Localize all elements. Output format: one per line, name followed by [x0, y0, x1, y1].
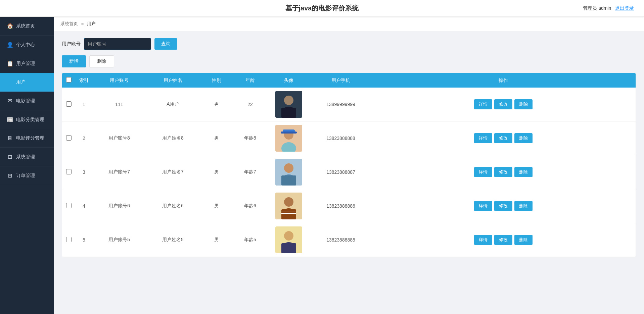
batch-delete-button[interactable]: 删除	[89, 55, 114, 67]
row-name: A用户	[146, 88, 200, 121]
row-avatar	[275, 91, 302, 118]
row-avatar-cell	[267, 88, 311, 121]
row-name: 用户姓名8	[146, 121, 200, 155]
logout-link[interactable]: 退出登录	[615, 5, 634, 11]
sidebar-item-ordermgmt-label: 订单管理	[16, 173, 35, 179]
th-gender: 性别	[200, 73, 233, 88]
table-row: 1 111 A用户 男 22 13899999999 详情 修改 删除	[62, 88, 636, 121]
search-label: 用户账号	[62, 41, 81, 47]
breadcrumb-home[interactable]: 系统首页	[60, 21, 78, 26]
sidebar-item-profile-label: 个人中心	[16, 42, 35, 48]
row-checkbox-cell	[62, 121, 76, 155]
row-checkbox-cell	[62, 88, 76, 121]
row-delete-button[interactable]: 删除	[514, 133, 533, 143]
sidebar-item-home[interactable]: 🏠 系统首页	[0, 17, 54, 36]
row-delete-button[interactable]: 删除	[514, 99, 533, 109]
row-checkbox[interactable]	[66, 135, 72, 141]
content-area: 用户账号 查询 新增 删除 索引	[54, 31, 644, 264]
row-checkbox[interactable]	[66, 203, 72, 208]
sidebar-item-moviecat-label: 电影分类管理	[16, 117, 44, 123]
sidebar-item-movierating[interactable]: 🖥 电影评分管理	[0, 129, 54, 148]
svg-rect-8	[281, 132, 297, 134]
sidebar-item-user[interactable]: 用户	[0, 73, 54, 92]
svg-point-14	[284, 197, 293, 207]
row-phone: 13899999999	[311, 88, 371, 121]
row-actions-cell: 详情 修改 删除	[371, 121, 636, 155]
row-index: 3	[76, 155, 92, 189]
table-row: 4 用户账号6 用户姓名6 男 年龄6 13823888886 详情 修改	[62, 189, 636, 223]
row-account: 用户账号7	[92, 155, 146, 189]
row-avatar	[275, 226, 302, 253]
row-age: 年龄6	[233, 189, 267, 223]
usermgmt-icon: 📋	[7, 60, 13, 67]
row-delete-button[interactable]: 删除	[514, 201, 533, 211]
movie-icon: ✉	[7, 98, 13, 104]
search-input[interactable]	[84, 38, 151, 50]
row-actions-cell: 详情 修改 删除	[371, 155, 636, 189]
header: 基于java的电影评价系统 管理员 admin 退出登录	[0, 0, 644, 17]
edit-button[interactable]: 修改	[494, 201, 512, 211]
th-checkbox	[62, 73, 76, 88]
row-gender: 男	[200, 155, 233, 189]
detail-button[interactable]: 详情	[474, 99, 492, 109]
row-avatar	[275, 125, 302, 152]
row-avatar-cell	[267, 121, 311, 155]
query-button[interactable]: 查询	[154, 38, 177, 50]
row-avatar	[275, 159, 302, 186]
svg-rect-12	[281, 175, 296, 186]
edit-button[interactable]: 修改	[494, 99, 512, 109]
row-actions: 详情 修改 删除	[374, 133, 633, 143]
row-age: 年龄5	[233, 223, 267, 257]
moviecat-icon: 📰	[7, 116, 13, 123]
th-phone: 用户手机	[311, 73, 371, 88]
select-all-checkbox[interactable]	[66, 77, 72, 83]
row-avatar-cell	[267, 189, 311, 223]
admin-label: 管理员 admin	[583, 5, 611, 11]
sidebar-item-usermgmt-label: 用户管理	[16, 61, 35, 67]
detail-button[interactable]: 详情	[474, 235, 492, 245]
row-gender: 男	[200, 121, 233, 155]
sidebar-item-movie[interactable]: ✉ 电影管理	[0, 92, 54, 110]
table-row: 3 用户账号7 用户姓名7 男 年龄7 13823888887 详情 修改 删除	[62, 155, 636, 189]
row-index: 4	[76, 189, 92, 223]
sidebar-item-profile[interactable]: 👤 个人中心	[0, 36, 54, 54]
detail-button[interactable]: 详情	[474, 201, 492, 211]
row-age: 22	[233, 88, 267, 121]
row-gender: 男	[200, 88, 233, 121]
sidebar-item-home-label: 系统首页	[16, 23, 35, 29]
add-button[interactable]: 新增	[62, 55, 86, 67]
main-content: 系统首页 ≡ 用户 用户账号 查询 新增 删除	[54, 17, 644, 314]
edit-button[interactable]: 修改	[494, 235, 512, 245]
header-title: 基于java的电影评价系统	[285, 4, 359, 13]
table-body: 1 111 A用户 男 22 13899999999 详情 修改 删除	[62, 88, 636, 257]
row-name: 用户姓名6	[146, 189, 200, 223]
svg-rect-22	[281, 243, 296, 253]
sidebar-item-moviecat[interactable]: 📰 电影分类管理	[0, 110, 54, 129]
row-gender: 男	[200, 189, 233, 223]
row-name: 用户姓名7	[146, 155, 200, 189]
row-account: 用户账号5	[92, 223, 146, 257]
row-delete-button[interactable]: 删除	[514, 235, 533, 245]
sidebar-item-sysmgmt[interactable]: ⊞ 系统管理	[0, 148, 54, 166]
breadcrumb-current: 用户	[87, 21, 96, 26]
sidebar-item-ordermgmt[interactable]: ⊞ 订单管理	[0, 166, 54, 185]
detail-button[interactable]: 详情	[474, 133, 492, 143]
detail-button[interactable]: 详情	[474, 167, 492, 177]
sidebar-item-usermgmt[interactable]: 📋 用户管理	[0, 54, 54, 73]
edit-button[interactable]: 修改	[494, 167, 512, 177]
table-row: 2 用户账号8 用户姓名8 男 年龄8 13823888888 详情 修改 删除	[62, 121, 636, 155]
row-actions-cell: 详情 修改 删除	[371, 88, 636, 121]
row-checkbox[interactable]	[66, 101, 72, 107]
row-checkbox[interactable]	[66, 169, 72, 174]
row-delete-button[interactable]: 删除	[514, 167, 533, 177]
sidebar: 🏠 系统首页 👤 个人中心 📋 用户管理 用户 ✉ 电影管理 📰 电影分类管理 …	[0, 17, 54, 314]
sidebar-item-movierating-label: 电影评分管理	[16, 135, 44, 141]
row-checkbox[interactable]	[66, 237, 72, 242]
row-phone: 13823888887	[311, 155, 371, 189]
edit-button[interactable]: 修改	[494, 133, 512, 143]
row-avatar-cell	[267, 155, 311, 189]
profile-icon: 👤	[7, 42, 13, 48]
user-table-container: 索引 用户账号 用户姓名 性别 年龄 头像 用户手机 操作	[62, 73, 636, 257]
action-bar: 新增 删除	[62, 55, 636, 67]
sysmgmt-icon: ⊞	[7, 154, 13, 160]
